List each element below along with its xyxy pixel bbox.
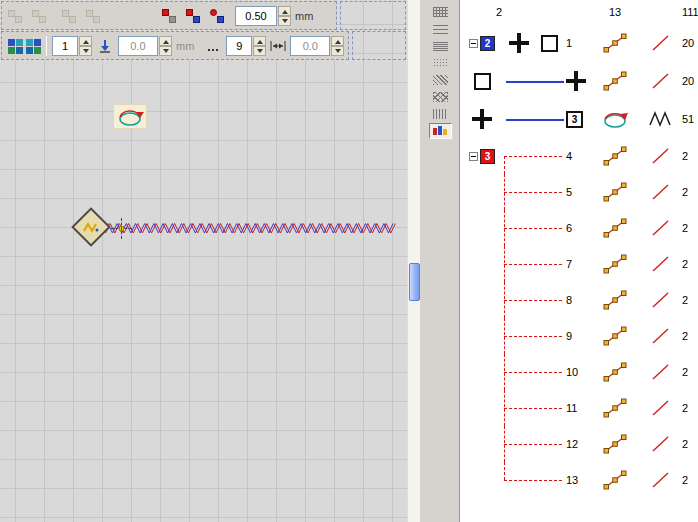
spin-up-icon[interactable] [159, 36, 172, 46]
object-row[interactable]: 62 [460, 210, 698, 246]
object-type-icon-cell [592, 100, 638, 138]
design-canvas[interactable]: mm mm [0, 0, 407, 522]
row-lead [460, 282, 504, 318]
spin-up-icon[interactable] [331, 36, 344, 46]
spin-down-icon[interactable] [278, 16, 291, 26]
ellipsis-icon[interactable] [206, 39, 220, 53]
pattern-hlines-button[interactable] [429, 21, 452, 37]
row-icon-b [534, 426, 564, 462]
color-grid-tool-2-icon[interactable] [25, 38, 41, 54]
width-arrows-icon[interactable] [270, 38, 286, 54]
offset-input[interactable] [118, 36, 158, 56]
stitch-type-icon-cell [638, 100, 682, 138]
stitch-type-icon-cell [638, 282, 682, 318]
pattern-hlines-dense-button[interactable] [429, 38, 452, 54]
red-marker-tool-icon[interactable] [161, 8, 177, 24]
tool-b-icon[interactable] [31, 8, 47, 24]
spin-up-icon[interactable] [278, 6, 291, 16]
pattern-diagonal-button[interactable] [429, 72, 452, 88]
row-icon-b [534, 174, 564, 210]
collapse-toggle-icon[interactable] [469, 39, 478, 48]
object-glyph-icon [83, 221, 99, 233]
row-icon-b [534, 390, 564, 426]
row-lead [460, 210, 504, 246]
object-type-icon-cell [592, 354, 638, 390]
object-row[interactable]: 342 [460, 138, 698, 174]
row-lead [460, 174, 504, 210]
circle-marker-tool-icon[interactable] [209, 8, 225, 24]
stitch-line-icon [648, 252, 672, 276]
rotation-tool-icon[interactable] [113, 104, 147, 129]
spin-up-icon[interactable] [79, 36, 92, 46]
object-row[interactable]: 122 [460, 426, 698, 462]
row-icon-a [504, 390, 534, 426]
stitch-type-icon-cell [638, 138, 682, 174]
index-input[interactable] [52, 36, 78, 56]
row-icon-a [504, 62, 534, 100]
run-stitch-icon [602, 468, 628, 492]
object-row[interactable]: 92 [460, 318, 698, 354]
row-icon-a [504, 426, 534, 462]
tool-c-icon[interactable] [61, 8, 77, 24]
pattern-vlines-button[interactable] [429, 106, 452, 122]
pattern-crosshatch-button[interactable] [429, 89, 452, 105]
color-grid-tool-icon[interactable] [7, 38, 23, 54]
spacing-input[interactable] [290, 36, 330, 56]
pattern-dots-button[interactable] [429, 55, 452, 71]
row-icon-a [504, 174, 534, 210]
density-unit-label: mm [295, 10, 313, 22]
object-row[interactable]: 82 [460, 282, 698, 318]
red-blue-marker-tool-icon[interactable] [185, 8, 201, 24]
color-group-badge[interactable]: 3 [480, 149, 495, 164]
tool-d-icon[interactable] [85, 8, 101, 24]
object-row[interactable]: 351 [460, 100, 698, 138]
collapse-toggle-icon[interactable] [469, 152, 478, 161]
run-stitch-icon [602, 432, 628, 456]
spin-down-icon[interactable] [331, 46, 344, 56]
stitch-line-icon [648, 180, 672, 204]
row-icon-b [534, 62, 564, 100]
object-row[interactable]: 20 [460, 62, 698, 100]
row-icon-a [504, 462, 534, 498]
density-input[interactable] [235, 6, 277, 26]
totals-row: 2 13 111 [460, 0, 698, 24]
spin-up-icon[interactable] [253, 36, 266, 46]
object-row[interactable]: 102 [460, 354, 698, 390]
run-stitch-icon [602, 396, 628, 420]
run-stitch-icon [602, 69, 628, 93]
stitch-count: 2 [682, 426, 698, 462]
stitch-color-view-button[interactable] [429, 123, 452, 139]
total-objects: 13 [592, 0, 638, 24]
object-type-icon-cell [592, 318, 638, 354]
row-icon-a [504, 100, 534, 138]
zigzag-stitch-object[interactable] [101, 221, 399, 236]
run-stitch-icon [602, 360, 628, 384]
total-stitches: 111 [682, 0, 698, 24]
pattern-buttons [429, 0, 455, 139]
object-row[interactable]: 132 [460, 462, 698, 498]
object-row[interactable]: 2120 [460, 24, 698, 62]
align-down-icon[interactable] [97, 38, 113, 54]
scrollbar-thumb[interactable] [409, 263, 420, 301]
tool-a-icon[interactable] [7, 8, 23, 24]
object-row[interactable]: 72 [460, 246, 698, 282]
stitch-count: 2 [682, 174, 698, 210]
object-diamond-handle[interactable] [71, 207, 111, 247]
stitch-line-icon [648, 324, 672, 348]
pattern-diagonal-icon [433, 75, 448, 85]
spin-down-icon[interactable] [159, 46, 172, 56]
ellipse-object-icon [601, 107, 629, 131]
color-group-badge[interactable]: 2 [480, 36, 495, 51]
object-row[interactable]: 112 [460, 390, 698, 426]
row-lead: 2 [460, 24, 504, 62]
pattern-grid-button[interactable] [429, 4, 452, 20]
canvas-vertical-scrollbar[interactable] [407, 0, 420, 522]
pattern-crosshatch-icon [433, 92, 448, 102]
object-type-icon-cell [592, 174, 638, 210]
count-input[interactable] [226, 36, 252, 56]
spin-down-icon[interactable] [253, 46, 266, 56]
object-row[interactable]: 52 [460, 174, 698, 210]
count-spinbox [226, 36, 266, 56]
spin-down-icon[interactable] [79, 46, 92, 56]
run-stitch-icon [602, 144, 628, 168]
